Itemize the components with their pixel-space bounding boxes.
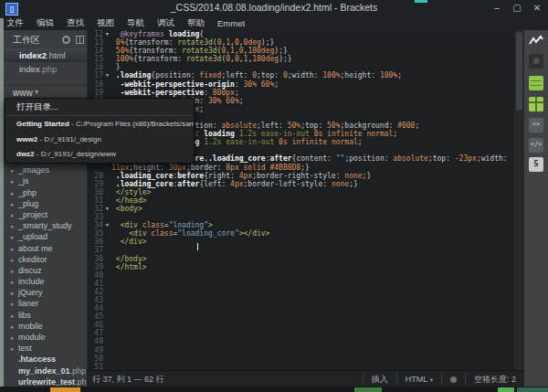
recent-project-Getting Started[interactable]: Getting Started - C:/Program Files (x86)… <box>5 117 194 132</box>
recent-project-path: - C:/Program Files (x86)/Brackets/sample… <box>69 120 194 128</box>
tree-item-libs[interactable]: ▸libs <box>4 310 87 321</box>
line-number: 13 <box>88 38 103 47</box>
tree-item-.htaccess[interactable]: .htaccess <box>4 354 87 365</box>
line-number: 40 <box>88 271 103 280</box>
line-number: 47 <box>88 329 103 337</box>
code-line-31: 31 </head> <box>88 196 515 205</box>
gear-icon[interactable] <box>62 36 70 44</box>
file-ext: .php <box>70 366 87 376</box>
code-line-32: 32▼ <body> <box>88 205 515 213</box>
tree-item-urlrewrite_test.php[interactable]: urlrewrite_test.php <box>4 376 87 387</box>
tree-item-include[interactable]: ▸include <box>4 276 87 287</box>
title-bar: [] _CSS/2014.08.08.loading/index2.html -… <box>0 0 548 16</box>
fold-arrow-icon[interactable]: ▼ <box>103 30 111 38</box>
tree-item-ckeditor[interactable]: ▸ckeditor <box>4 254 87 265</box>
minimize-button[interactable]: – <box>490 3 504 14</box>
line-number: 29 <box>88 180 103 188</box>
close-button[interactable]: ✕ <box>530 3 544 14</box>
code-editor[interactable]: 12▼ @keyframes loading{13 0%{transform: … <box>87 30 515 370</box>
line-number: 12 <box>88 30 103 38</box>
tree-item-_project[interactable]: ▸_project <box>4 209 87 220</box>
tree-item-mobile[interactable]: ▸mobile <box>4 321 87 332</box>
fold-gutter <box>103 363 111 370</box>
line-number: 15 <box>88 55 103 63</box>
tree-item-_images[interactable]: ▸_images <box>4 164 87 175</box>
fold-arrow-icon[interactable]: ▼ <box>103 71 111 79</box>
tree-item-about me[interactable]: ▸about me <box>4 243 87 254</box>
tree-item-test[interactable]: ▸test <box>4 343 87 354</box>
tree-item-_js[interactable]: ▸_js <box>4 175 87 186</box>
file-ext: .html <box>47 50 66 60</box>
lint-status-icon <box>450 376 457 383</box>
scrollbar-thumb[interactable] <box>516 32 522 111</box>
code-text: </style> <box>111 188 151 196</box>
menu-导航[interactable]: 导航 <box>121 17 151 29</box>
tree-item-my_index_01.php[interactable]: my_index_01.php <box>4 366 87 376</box>
working-file-index2.html[interactable]: index2.html <box>4 48 87 62</box>
split-view-icon[interactable] <box>76 36 84 44</box>
indent-setting[interactable]: 空格长度: 2 <box>465 374 524 385</box>
code-line-45: 45 <box>88 313 515 321</box>
line-number: 36 <box>88 238 103 246</box>
lint-status[interactable] <box>441 374 465 385</box>
html5-icon[interactable]: 5 <box>529 157 543 172</box>
extension-brick-icon[interactable] <box>529 76 543 90</box>
code-text: .loading{position: fixed;left: 0;top: 0;… <box>111 71 402 79</box>
code-line-13: 13 0%{transform: rotate3d(0,1,0,0deg);} <box>88 38 515 47</box>
fold-arrow-icon[interactable]: ▼ <box>103 221 111 229</box>
node-label: libs <box>18 311 31 320</box>
line-number: 50 <box>88 355 103 363</box>
desktop-artifact <box>354 387 382 392</box>
fold-arrow-icon[interactable]: ▼ <box>103 205 111 213</box>
recent-project-dwz2[interactable]: dwz2 - D:/_9191/_design/www <box>5 147 194 163</box>
node-label: mobile <box>18 322 43 331</box>
working-file-index.php[interactable]: index.php <box>4 62 87 76</box>
fold-gutter <box>103 263 111 271</box>
node-label: _php <box>18 188 37 197</box>
menu-帮助[interactable]: 帮助 <box>181 17 211 29</box>
tree-item-jQuery[interactable]: ▸jQuery <box>4 287 87 298</box>
tree-item-module[interactable]: ▸module <box>4 332 87 343</box>
code-tag-icon[interactable]: </> <box>529 138 543 153</box>
tree-item-_php[interactable]: ▸_php <box>4 187 87 198</box>
extension-toolbar: ▣ <> </> 5 <box>524 30 548 387</box>
open-folder-menu-item[interactable]: 打开目录... <box>5 99 194 114</box>
code-line-12: 12▼ @keyframes loading{ <box>88 30 515 38</box>
tree-item-_smarty_study[interactable]: ▸_smarty_study <box>4 220 87 231</box>
fold-gutter <box>103 321 111 329</box>
language-selector[interactable]: HTML ▾ <box>396 374 441 385</box>
code-text: </body> <box>111 255 147 263</box>
chevron-down-icon: ▾ <box>35 88 38 96</box>
gift-extension-icon[interactable] <box>529 97 543 111</box>
recent-project-path: - D:/_9191/_design <box>37 135 101 143</box>
recent-project-www2[interactable]: www2 - D:/_9191/_design <box>5 132 194 148</box>
menu-文件[interactable]: 文件 <box>0 17 30 29</box>
disabled-extension-icon[interactable]: ▣ <box>529 54 543 69</box>
live-preview-icon[interactable] <box>529 34 543 48</box>
menu-编辑[interactable]: 编辑 <box>30 17 60 29</box>
menu-调试[interactable]: 调试 <box>151 17 181 29</box>
code-text: 50%{transform: rotate3d(0,1,0,180deg);} <box>111 47 288 55</box>
menu-视图[interactable]: 视图 <box>90 17 121 29</box>
menu-查找[interactable]: 查找 <box>60 17 90 29</box>
tree-item-_upload[interactable]: ▸_upload <box>4 231 87 242</box>
code-line-47: 47 <box>88 329 515 337</box>
fold-gutter <box>103 337 111 345</box>
vertical-scrollbar[interactable] <box>514 30 524 370</box>
node-label: .htaccess <box>18 355 56 364</box>
insert-mode-indicator[interactable]: 插入 <box>363 374 396 385</box>
fold-gutter <box>103 280 111 288</box>
tree-item-discuz[interactable]: ▸discuz <box>4 265 87 276</box>
cursor-position: 行 37, 列 1 — 62 行 <box>87 374 363 386</box>
code-line-37: 37 <box>88 246 515 254</box>
menu-Emmet[interactable]: Emmet <box>211 18 251 28</box>
fold-gutter <box>103 213 111 221</box>
tree-item-lianer[interactable]: ▸lianer <box>4 298 87 309</box>
code-line-46: 46 <box>88 321 515 329</box>
fold-gutter <box>103 313 111 321</box>
line-number: 18 <box>88 80 103 89</box>
maximize-button[interactable]: ▢ <box>510 3 524 14</box>
line-number: 17 <box>88 71 103 79</box>
code-snippet-icon[interactable]: <> <box>529 118 543 132</box>
tree-item-_plug[interactable]: ▸_plug <box>4 198 87 209</box>
